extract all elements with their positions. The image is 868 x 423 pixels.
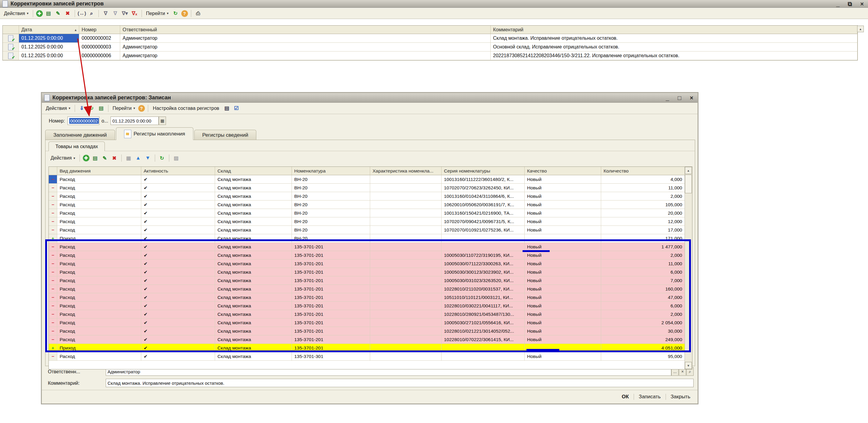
cell-warehouse[interactable]: Склад монтажа: [215, 200, 292, 209]
grid-row[interactable]: −Расход✔Склад монтажаВН-2010620010/05062…: [49, 200, 692, 209]
scroll-up-button[interactable]: ▲: [685, 167, 692, 174]
cell-characteristic[interactable]: [370, 344, 441, 352]
cell-nomenclature[interactable]: 135-3701-201: [292, 251, 370, 260]
cell-movement-type[interactable]: Приход: [57, 344, 141, 352]
minimize-button[interactable]: _: [834, 1, 841, 7]
cell-nomenclature[interactable]: ВН-20: [292, 175, 370, 184]
grid-row[interactable]: −Расход✔Склад монтажаВН-2010702070/09042…: [49, 217, 692, 226]
cell-quantity[interactable]: 17,000: [601, 226, 685, 234]
tab-2[interactable]: ≋Регистры накопления: [116, 127, 193, 140]
cell-nomenclature[interactable]: ВН-20: [292, 234, 370, 243]
cell-characteristic[interactable]: [370, 234, 441, 243]
cell-comment[interactable]: 2022187308521412208203446/150-3/211.22. …: [491, 52, 858, 60]
cell-characteristic[interactable]: [370, 260, 441, 268]
cell-characteristic[interactable]: [370, 217, 441, 226]
cell-quality[interactable]: Новый: [525, 217, 601, 226]
cell-movement-type[interactable]: Расход: [57, 260, 141, 268]
grid-row[interactable]: −Расход✔Склад монтажаВН-2010702070/27062…: [49, 184, 692, 192]
calendar-button[interactable]: ▦: [159, 117, 166, 125]
cell-nomenclature[interactable]: 135-3701-201: [292, 285, 370, 293]
cell-quantity[interactable]: 11,000: [601, 184, 685, 192]
grid-row[interactable]: −Расход✔Склад монтажаВН-2010013160/15042…: [49, 209, 692, 217]
goto-menu[interactable]: Перейти▾: [111, 106, 137, 111]
cell-quantity[interactable]: 4,000: [601, 175, 685, 184]
find-icon[interactable]: ⌕: [88, 10, 95, 17]
cell-nomenclature[interactable]: ВН-20: [292, 200, 370, 209]
cell-quantity[interactable]: 6,000: [601, 268, 685, 276]
scroll-down-button[interactable]: ▼: [685, 362, 692, 369]
cell-series[interactable]: 10511010/110121/0003121, КИ...: [441, 293, 525, 302]
cell-quantity[interactable]: 4 051,000: [601, 344, 685, 352]
cell-nomenclature[interactable]: ВН-20: [292, 209, 370, 217]
cell-warehouse[interactable]: Склад монтажа: [215, 352, 292, 361]
cell-quality[interactable]: Новый: [525, 285, 601, 293]
cell-nomenclature[interactable]: ВН-20: [292, 217, 370, 226]
copy-icon[interactable]: ▤: [91, 155, 99, 162]
cell-active[interactable]: ✔: [141, 192, 215, 200]
cell-warehouse[interactable]: Склад монтажа: [215, 192, 292, 200]
cell-quality[interactable]: Новый: [525, 335, 601, 344]
list-row[interactable]: ✔01.12.2025 0:00:0000000000002Администра…: [3, 34, 858, 43]
cell-warehouse[interactable]: Склад монтажа: [215, 251, 292, 260]
cell-nomenclature[interactable]: 135-3701-201: [292, 310, 370, 319]
cell-quality[interactable]: Новый: [525, 251, 601, 260]
cell-quantity[interactable]: 249,000: [601, 335, 685, 344]
cell-series[interactable]: 10228010/280921/0453487/130...: [441, 310, 525, 319]
cell-series[interactable]: 10702070/010921/0275236, КИ...: [441, 226, 525, 234]
help-icon[interactable]: ?: [181, 10, 188, 17]
cell-responsible[interactable]: Администратор: [120, 43, 491, 52]
actions-menu[interactable]: Действия▾: [2, 11, 31, 16]
cell-quality[interactable]: Новый: [525, 175, 601, 184]
filter-by-value-icon[interactable]: ∇▾: [121, 10, 129, 17]
cell-warehouse[interactable]: Склад монтажа: [215, 217, 292, 226]
cell-nomenclature[interactable]: 135-3701-201: [292, 276, 370, 285]
cell-warehouse[interactable]: Склад монтажа: [215, 175, 292, 184]
cell-warehouse[interactable]: Склад монтажа: [215, 302, 292, 310]
grid-row[interactable]: −Расход✔Склад монтажа135-3701-2011000503…: [49, 276, 692, 285]
cell-series[interactable]: 10005030/271021/0556416, КИ...: [441, 319, 525, 327]
register-settings-button[interactable]: Настройка состава регистров: [150, 106, 222, 111]
cell-characteristic[interactable]: [370, 243, 441, 251]
actions-menu[interactable]: Действия▾: [44, 106, 72, 111]
cell-nomenclature[interactable]: 135-3701-201: [292, 344, 370, 352]
filter-settings-icon[interactable]: ∇: [102, 10, 110, 17]
cell-comment[interactable]: Склад монтажа. Исправление отрицательных…: [491, 34, 858, 43]
filter-icon[interactable]: ∇: [112, 10, 119, 17]
cell-movement-type[interactable]: Расход: [57, 251, 141, 260]
cell-active[interactable]: ✔: [141, 285, 215, 293]
cell-quality[interactable]: Новый: [525, 184, 601, 192]
cell-characteristic[interactable]: [370, 226, 441, 234]
help-icon[interactable]: ?: [138, 105, 145, 112]
cell-active[interactable]: ✔: [141, 327, 215, 335]
column-header-4[interactable]: Комментарий: [491, 26, 858, 34]
cell-active[interactable]: ✔: [141, 234, 215, 243]
grid-row[interactable]: −Расход✔Склад монтажа135-3701-2011022801…: [49, 327, 692, 335]
close-button[interactable]: ×: [858, 1, 866, 7]
cell-quality[interactable]: Новый: [525, 276, 601, 285]
cell-date[interactable]: 01.12.2025 0:00:00: [19, 52, 79, 60]
cell-comment[interactable]: Основной склад. Исправление отрицательны…: [491, 43, 858, 52]
cell-characteristic[interactable]: [370, 327, 441, 335]
grid-row[interactable]: −Расход✔Склад монтажа135-3701-201Новый1 …: [49, 243, 692, 251]
actions-menu[interactable]: Действия▾: [49, 155, 78, 161]
print-icon[interactable]: ⎙: [194, 10, 202, 17]
cell-series[interactable]: 10005030/300123/3023902, КИ...: [441, 268, 525, 276]
cell-characteristic[interactable]: [370, 200, 441, 209]
comment-input[interactable]: Склад монтажа. Исправление отрицательных…: [106, 379, 693, 387]
cell-nomenclature[interactable]: ВН-20: [292, 226, 370, 234]
cell-series[interactable]: 10702070/090421/0096731/5, К...: [441, 217, 525, 226]
cell-characteristic[interactable]: [370, 293, 441, 302]
end-edit-icon[interactable]: ▦: [125, 155, 132, 162]
sort-icon[interactable]: ▨: [172, 155, 180, 162]
grid-row[interactable]: −Расход✔Склад монтажа135-3701-2011022801…: [49, 302, 692, 310]
grid-column-header-8[interactable]: Количество: [601, 167, 685, 175]
clear-filter-icon[interactable]: ∇ₓ: [131, 10, 138, 17]
cell-warehouse[interactable]: Склад монтажа: [215, 260, 292, 268]
cell-characteristic[interactable]: [370, 276, 441, 285]
cell-characteristic[interactable]: [370, 192, 441, 200]
register-tab-1[interactable]: Товары на складах: [49, 141, 105, 151]
cell-active[interactable]: ✔: [141, 175, 215, 184]
cell-series[interactable]: 10013160/111222/3601480/2, К...: [441, 175, 525, 184]
number-input[interactable]: 00000000002: [67, 117, 99, 125]
cell-characteristic[interactable]: [370, 268, 441, 276]
